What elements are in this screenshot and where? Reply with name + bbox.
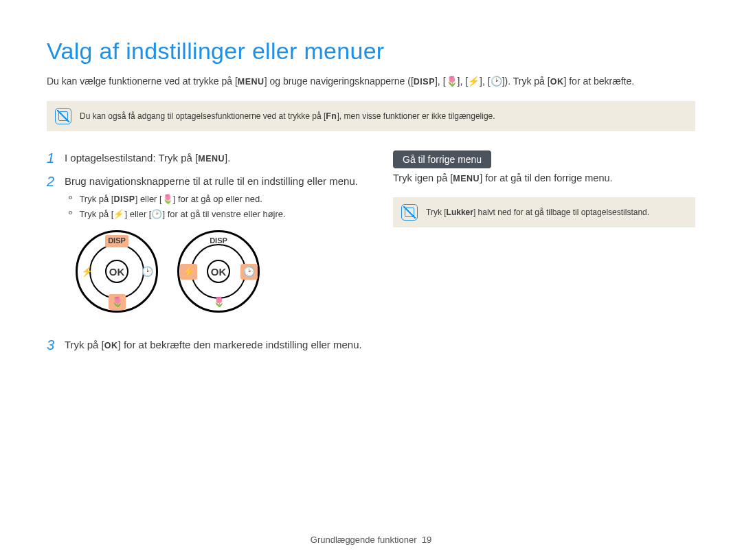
menu-icon: MENU (198, 154, 225, 164)
flash-icon: ⚡ (113, 208, 126, 221)
note-icon (55, 108, 71, 124)
macro-icon: 🌷 (446, 76, 458, 87)
timer-icon: 🕑 (151, 209, 162, 219)
dial-macro-button: 🌷 (109, 294, 126, 309)
note-box-main: Du kan også få adgang til optagelsesfunk… (47, 101, 695, 131)
dial-illustrations: DISP ⚡ OK 🕑 🌷 DISP ⚡ OK 🕑 (74, 229, 358, 314)
dial-flash-button: ⚡ (180, 264, 197, 279)
page-title: Valg af indstillinger eller menuer (47, 38, 695, 65)
note-text: Du kan også få adgang til optagelsesfunk… (80, 111, 495, 121)
timer-icon: 🕑 (491, 76, 502, 87)
step-3: 3 Tryk på [OK] for at bekræfte den marke… (47, 337, 364, 352)
dial-vertical: DISP ⚡ OK 🕑 🌷 (74, 229, 159, 314)
note-text: Tryk [Lukker] halvt ned for at gå tilbag… (426, 208, 649, 217)
disp-icon: DISP (414, 77, 435, 87)
previous-menu-text: Tryk igen på [MENU] for at gå til den fo… (393, 172, 695, 183)
dial-flash-button: ⚡ (81, 265, 93, 278)
step-2-bullet-2: Tryk på [⚡] eller [🕑] for at gå til vens… (69, 208, 358, 221)
dial-timer-button: 🕑 (142, 265, 153, 278)
step-2: 2 Brug navigationsknapperne til at rulle… (47, 174, 364, 329)
macro-icon: 🌷 (162, 194, 173, 204)
menu-icon: MENU (238, 77, 265, 87)
step-1: 1 I optagelsestilstand: Tryk på [MENU]. (47, 150, 364, 166)
disp-icon: DISP (113, 194, 135, 204)
dial-disp-button: DISP (210, 236, 227, 247)
page-number: 19 (422, 535, 431, 545)
shutter-label: Lukker (447, 208, 473, 217)
step-2-bullet-1: Tryk på [DISP] eller [🌷] for at gå op el… (69, 193, 358, 206)
note-box-shutter: Tryk [Lukker] halvt ned for at gå tilbag… (393, 197, 695, 227)
previous-menu-heading: Gå til forrige menu (393, 150, 491, 168)
ok-icon: OK (550, 77, 564, 87)
dial-timer-button: 🕑 (240, 264, 258, 279)
intro-text: Du kan vælge funktionerne ved at trykke … (47, 74, 695, 89)
flash-icon: ⚡ (467, 74, 481, 89)
fn-icon: Fn (326, 111, 337, 121)
note-icon (401, 204, 418, 221)
steps-list: 1 I optagelsestilstand: Tryk på [MENU]. … (47, 150, 364, 352)
dial-macro-button: 🌷 (213, 295, 225, 309)
dial-horizontal: DISP ⚡ OK 🕑 🌷 (176, 229, 261, 314)
dial-disp-button: DISP (105, 235, 128, 247)
menu-icon: MENU (453, 174, 480, 183)
page-footer: Grundlæggende funktioner 19 (0, 535, 742, 545)
ok-icon: OK (104, 341, 118, 350)
